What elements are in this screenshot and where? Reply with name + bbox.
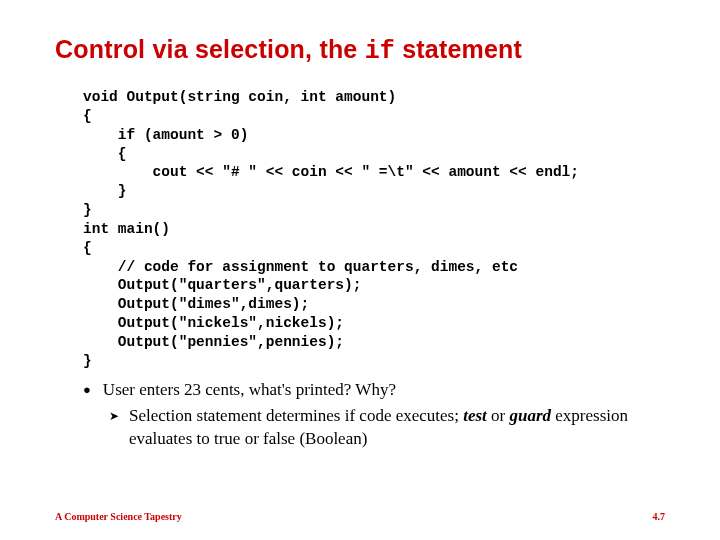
title-pre: Control via selection, the [55,35,365,63]
bullet-item-1: ● User enters 23 cents, what's printed? … [83,379,665,402]
title-post: statement [395,35,522,63]
sub-test: test [463,406,487,425]
footer: A Computer Science Tapestry 4.7 [55,511,665,522]
bullet-list: ● User enters 23 cents, what's printed? … [83,379,665,451]
bullet-icon: ● [83,382,91,398]
slide: Control via selection, the if statement … [0,0,720,470]
footer-left: A Computer Science Tapestry [55,511,182,522]
sub-bullet-1-text: Selection statement determines if code e… [129,405,665,451]
slide-title: Control via selection, the if statement [55,35,665,66]
sub-or: or [487,406,510,425]
code-block: void Output(string coin, int amount) { i… [83,88,665,371]
bullet-1-text: User enters 23 cents, what's printed? Wh… [103,379,396,402]
arrow-icon: ➤ [109,409,119,424]
footer-right: 4.7 [653,511,666,522]
sub-guard: guard [510,406,552,425]
sub-pre: Selection statement determines if code e… [129,406,463,425]
title-mono: if [365,37,395,66]
sub-bullet-item-1: ➤ Selection statement determines if code… [109,405,665,451]
